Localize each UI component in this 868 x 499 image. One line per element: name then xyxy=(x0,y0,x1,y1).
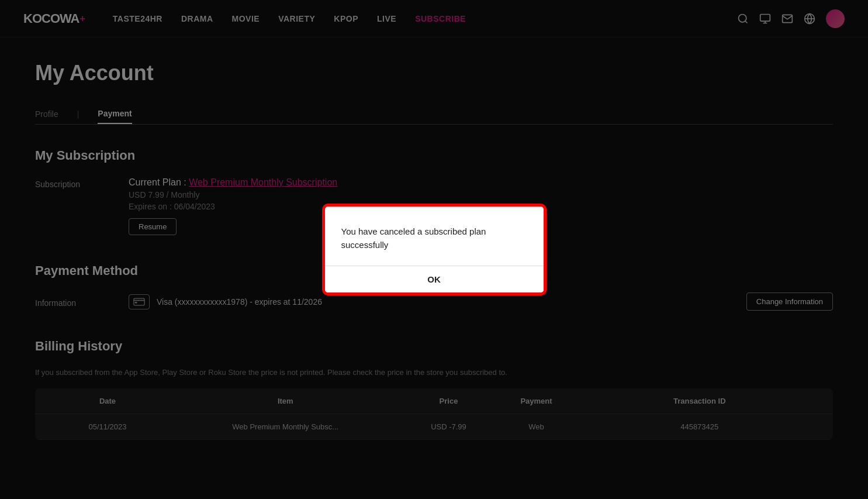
modal-overlay: You have canceled a subscribed plan succ… xyxy=(0,0,868,499)
modal-ok-button[interactable]: OK xyxy=(325,266,544,292)
modal-footer: OK xyxy=(325,266,544,292)
cancel-success-modal: You have canceled a subscribed plan succ… xyxy=(323,205,545,294)
modal-message: You have canceled a subscribed plan succ… xyxy=(325,207,544,266)
